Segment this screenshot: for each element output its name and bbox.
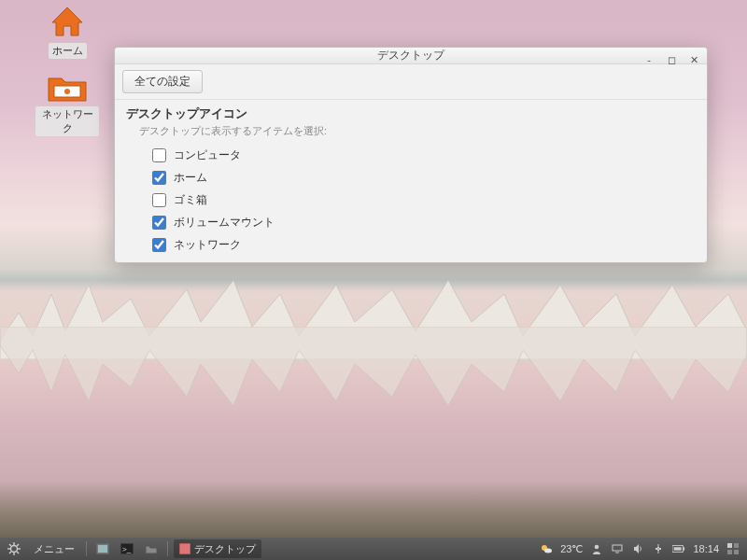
show-desktop-button[interactable] (92, 539, 113, 558)
all-settings-button[interactable]: 全ての設定 (122, 70, 203, 93)
desktop-icon-home-label: ホーム (49, 43, 87, 59)
clock[interactable]: 18:14 (693, 543, 719, 554)
window-maximize-button[interactable]: ◻ (664, 52, 679, 67)
svg-rect-22 (684, 547, 685, 551)
app-desktop-icon (179, 543, 190, 554)
weather-temp[interactable]: 23℃ (560, 543, 583, 555)
checkbox-label: コンピュータ (174, 147, 241, 163)
menu-button[interactable]: メニュー (28, 539, 80, 558)
network-folder-icon (47, 73, 88, 103)
checkbox-0[interactable] (152, 148, 166, 162)
window-controls: ‐ ◻ ✕ (641, 52, 701, 67)
menu-label: メニュー (34, 542, 75, 556)
checkbox-label: ホーム (174, 170, 207, 186)
svg-line-8 (17, 552, 19, 553)
terminal-launcher[interactable]: >_ (117, 539, 137, 558)
network-tray-icon[interactable] (652, 542, 665, 555)
checkbox-label: ゴミ箱 (174, 192, 207, 208)
taskbar-app-desktop[interactable]: デスクトップ (174, 539, 261, 558)
svg-point-18 (595, 545, 599, 550)
section-title: デスクトップアイコン (126, 105, 696, 122)
svg-rect-19 (613, 545, 622, 551)
checkbox-3[interactable] (152, 216, 166, 230)
window-title: デスクトップ (377, 48, 444, 63)
checkbox-list: コンピュータホームゴミ箱ボリュームマウントネットワーク (126, 144, 696, 256)
svg-point-1 (64, 89, 70, 94)
wallpaper-shoreline (0, 482, 747, 538)
window-toolbar: 全ての設定 (115, 64, 707, 100)
checkbox-4[interactable] (152, 238, 166, 252)
home-icon (49, 6, 86, 39)
checkbox-row: ボリュームマウント (152, 211, 696, 233)
svg-text:>_: >_ (122, 545, 132, 553)
user-tray-icon[interactable] (590, 542, 603, 555)
svg-rect-26 (727, 550, 732, 554)
desktop-icon-home[interactable]: ホーム (35, 6, 99, 59)
checkbox-row: ゴミ箱 (152, 189, 696, 211)
checkbox-label: ネットワーク (174, 237, 241, 253)
svg-line-10 (17, 544, 19, 546)
svg-line-7 (9, 544, 11, 546)
svg-line-9 (9, 552, 11, 553)
volume-tray-icon[interactable] (631, 542, 644, 555)
section-subtitle: デスクトップに表示するアイテムを選択: (139, 124, 696, 138)
taskbar-app-label: デスクトップ (194, 542, 256, 556)
svg-rect-23 (674, 547, 682, 551)
svg-point-17 (544, 549, 552, 553)
svg-rect-27 (734, 550, 739, 554)
files-launcher[interactable] (141, 539, 162, 558)
svg-rect-25 (734, 543, 739, 548)
svg-rect-24 (727, 543, 732, 548)
workspace-switcher-icon[interactable] (726, 542, 740, 555)
taskbar-divider (86, 541, 87, 556)
svg-rect-12 (98, 545, 107, 553)
window-titlebar[interactable]: デスクトップ ‐ ◻ ✕ (115, 48, 707, 64)
checkbox-1[interactable] (152, 171, 166, 185)
checkbox-2[interactable] (152, 193, 166, 207)
weather-icon[interactable] (540, 542, 553, 555)
settings-window: デスクトップ ‐ ◻ ✕ 全ての設定 デスクトップアイコン デスクトップに表示す… (114, 47, 708, 263)
system-menu-icon[interactable] (4, 539, 24, 558)
taskbar: メニュー >_ デスクトップ 23℃ (0, 538, 747, 560)
svg-rect-15 (179, 543, 190, 554)
window-close-button[interactable]: ✕ (686, 52, 701, 67)
taskbar-right: 23℃ 18:14 (540, 542, 743, 555)
checkbox-row: コンピュータ (152, 144, 696, 166)
battery-tray-icon[interactable] (672, 542, 685, 555)
desktop-icon-network[interactable]: ネットワーク (35, 73, 99, 136)
svg-point-2 (11, 546, 18, 553)
display-tray-icon[interactable] (611, 542, 624, 555)
window-minimize-button[interactable]: ‐ (641, 52, 656, 67)
checkbox-row: ネットワーク (152, 233, 696, 256)
taskbar-left: メニュー >_ デスクトップ (4, 539, 261, 558)
taskbar-divider (167, 541, 168, 556)
desktop-icon-network-label: ネットワーク (35, 106, 99, 136)
window-content: デスクトップアイコン デスクトップに表示するアイテムを選択: コンピュータホーム… (115, 100, 707, 265)
checkbox-label: ボリュームマウント (174, 215, 275, 231)
checkbox-row: ホーム (152, 166, 696, 189)
